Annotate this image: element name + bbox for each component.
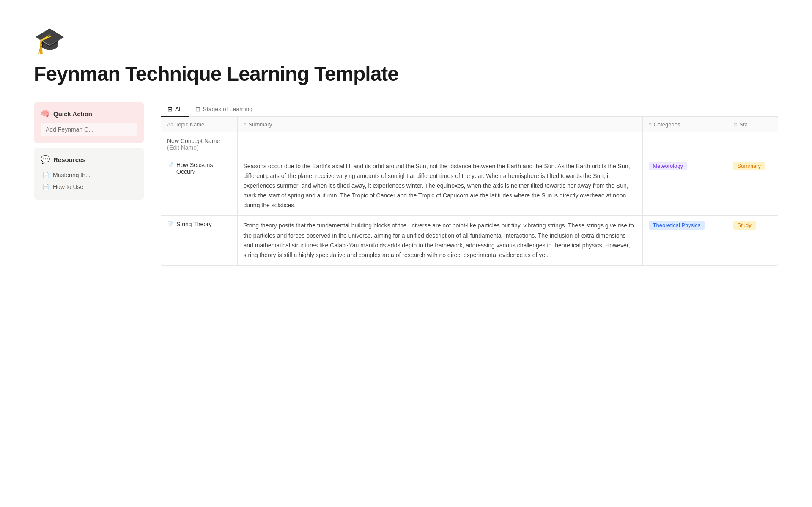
table-row-new-concept: New Concept Name (Edit Name): [161, 132, 778, 156]
col-categories-icon: ≡: [649, 122, 652, 128]
main-content: 🧠 Quick Action 💬 Resources 📄 Mastering t…: [34, 102, 778, 266]
string-theory-category-cell[interactable]: Theoretical Physics: [642, 216, 727, 265]
col-status-label: Sta: [740, 121, 748, 128]
database-area: ⊞ All ⊡ Stages of Learning Aa Topic Name: [161, 102, 778, 266]
string-theory-topic-cell[interactable]: 📄 String Theory: [161, 216, 237, 265]
table-row-string-theory: 📄 String Theory String theory posits tha…: [161, 216, 778, 265]
resources-section: 💬 Resources 📄 Mastering th... 📄 How to U…: [34, 148, 144, 200]
col-status-icon: ⊙: [733, 122, 738, 128]
string-theory-topic-label: String Theory: [176, 221, 212, 227]
col-header-topic: Aa Topic Name: [161, 117, 237, 132]
col-topic-icon: Aa: [167, 122, 173, 128]
resource-doc-icon-mastering: 📄: [42, 172, 49, 178]
string-theory-summary-text: String theory posits that the fundamenta…: [244, 221, 636, 260]
new-concept-topic-cell[interactable]: New Concept Name (Edit Name): [161, 132, 237, 156]
database-table: Aa Topic Name ≡ Summary: [161, 117, 778, 265]
string-theory-status-badge: Study: [733, 221, 756, 230]
col-summary-label: Summary: [249, 121, 272, 128]
new-concept-edit-hint: (Edit Name): [167, 144, 199, 151]
quick-action-header: 🧠 Quick Action: [41, 109, 137, 118]
new-concept-summary-cell[interactable]: [237, 132, 642, 156]
tab-all-label: All: [175, 106, 182, 112]
how-seasons-category-cell[interactable]: Meteorology: [642, 156, 727, 216]
table-row-how-seasons: 📄 How Seasons Occur? Seasons occur due t…: [161, 156, 778, 216]
string-theory-category-badge: Theoretical Physics: [649, 221, 705, 230]
col-categories-label: Categories: [654, 121, 680, 128]
tab-stages-icon: ⊡: [195, 106, 200, 112]
new-concept-name: New Concept Name: [167, 137, 220, 144]
quick-action-icon: 🧠: [41, 109, 50, 118]
database-table-wrapper: Aa Topic Name ≡ Summary: [161, 117, 778, 266]
resource-label-how-to-use: How to Use: [53, 184, 83, 190]
sidebar-item-mastering[interactable]: 📄 Mastering th...: [41, 169, 137, 181]
tab-stages-of-learning[interactable]: ⊡ Stages of Learning: [189, 102, 260, 117]
sidebar-item-how-to-use[interactable]: 📄 How to Use: [41, 181, 137, 193]
new-concept-category-cell[interactable]: [642, 132, 727, 156]
new-concept-status-cell[interactable]: [727, 132, 778, 156]
string-theory-summary-cell: String theory posits that the fundamenta…: [237, 216, 642, 265]
tab-all[interactable]: ⊞ All: [161, 102, 189, 117]
quick-action-label: Quick Action: [53, 110, 92, 118]
resources-label: Resources: [53, 156, 86, 163]
page-header: 🎓 Feynman Technique Learning Template: [34, 25, 778, 85]
col-header-summary: ≡ Summary: [237, 117, 642, 132]
tab-all-icon: ⊞: [167, 106, 173, 112]
add-feynman-input[interactable]: [41, 123, 137, 136]
how-seasons-summary-cell: Seasons occur due to the Earth's axial t…: [237, 156, 642, 216]
how-seasons-summary-text: Seasons occur due to the Earth's axial t…: [244, 162, 636, 210]
tab-stages-label: Stages of Learning: [203, 106, 253, 112]
resource-label-mastering: Mastering th...: [53, 172, 91, 178]
sidebar: 🧠 Quick Action 💬 Resources 📄 Mastering t…: [34, 102, 144, 200]
string-theory-status-cell[interactable]: Study: [727, 216, 778, 265]
how-seasons-status-cell[interactable]: Summary: [727, 156, 778, 216]
col-summary-icon: ≡: [244, 122, 247, 128]
page-title: Feynman Technique Learning Template: [34, 62, 778, 85]
resources-header: 💬 Resources: [41, 155, 137, 164]
resources-icon: 💬: [41, 155, 50, 164]
database-tabs: ⊞ All ⊡ Stages of Learning: [161, 102, 778, 117]
how-seasons-status-badge: Summary: [733, 162, 765, 170]
how-seasons-category-badge: Meteorology: [649, 162, 688, 170]
string-theory-doc-icon: 📄: [167, 221, 174, 227]
quick-action-section: 🧠 Quick Action: [34, 102, 144, 143]
resource-doc-icon-how-to-use: 📄: [42, 184, 49, 190]
how-seasons-topic-cell[interactable]: 📄 How Seasons Occur?: [161, 156, 237, 216]
how-seasons-topic-label: How Seasons Occur?: [176, 162, 231, 175]
how-seasons-doc-icon: 📄: [167, 162, 174, 168]
page-icon: 🎓: [34, 25, 778, 55]
col-topic-label: Topic Name: [176, 121, 205, 128]
table-header-row: Aa Topic Name ≡ Summary: [161, 117, 778, 132]
col-header-categories: ≡ Categories: [642, 117, 727, 132]
col-header-status: ⊙ Sta: [727, 117, 778, 132]
